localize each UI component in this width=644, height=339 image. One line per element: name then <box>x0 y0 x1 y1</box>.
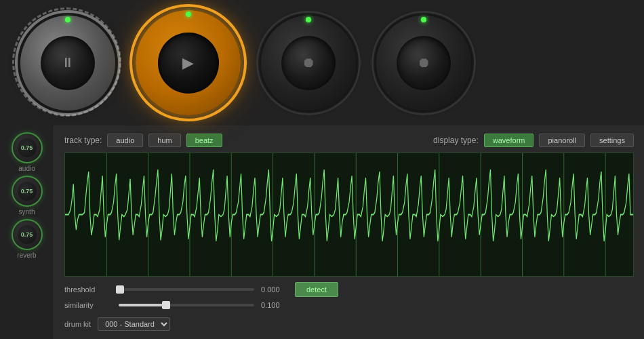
transport-section: ⏸ ▶ ⏺ ⏺ <box>0 0 644 125</box>
bottom-bar: drum kit 000 - Standard 001 - Jazz 002 -… <box>64 317 634 331</box>
stop-icon: ⏺ <box>417 55 430 71</box>
track-type-label: track type: <box>64 136 102 145</box>
pause-icon: ⏸ <box>61 55 75 71</box>
left-panel: 0.75 audio 0.75 synth 0.75 reverb <box>0 125 54 339</box>
track-type-hum-btn[interactable]: hum <box>148 134 180 147</box>
type-bar: track type: audio hum beatz display type… <box>64 134 634 147</box>
threshold-thumb[interactable] <box>116 285 124 294</box>
green-indicator-4 <box>421 17 426 22</box>
audio-knob-value: 0.75 <box>21 144 33 151</box>
audio-knob[interactable]: 0.75 <box>12 132 43 163</box>
green-indicator-2 <box>186 12 191 17</box>
synth-knob-group: 0.75 synth <box>12 176 43 216</box>
waveform-svg <box>65 153 633 276</box>
synth-knob-value: 0.75 <box>21 188 33 195</box>
similarity-track[interactable] <box>119 304 254 306</box>
detect-button[interactable]: detect <box>295 282 338 297</box>
similarity-fill <box>119 304 166 306</box>
main-content: track type: audio hum beatz display type… <box>54 125 644 339</box>
transport-knob-3-container: ⏺ <box>261 16 356 111</box>
threshold-value: 0.000 <box>261 285 288 294</box>
transport-knob-3-inner: ⏺ <box>281 36 336 90</box>
reverb-knob-value: 0.75 <box>21 231 33 238</box>
similarity-label: similarity <box>64 301 112 309</box>
waveform-display <box>64 153 634 277</box>
reverb-knob-inner: 0.75 <box>18 225 37 244</box>
threshold-row: threshold 0.000 detect <box>64 282 634 297</box>
drum-kit-label: drum kit <box>64 320 91 328</box>
green-indicator-3 <box>306 17 311 22</box>
audio-knob-label: audio <box>18 165 35 172</box>
display-type-pianoroll-btn[interactable]: pianoroll <box>539 134 585 147</box>
transport-knob-3[interactable]: ⏺ <box>261 16 356 111</box>
synth-knob[interactable]: 0.75 <box>12 176 43 207</box>
transport-knob-1-container: ⏸ <box>20 16 115 111</box>
transport-knob-1-inner: ⏸ <box>41 36 95 90</box>
reverb-knob[interactable]: 0.75 <box>12 219 43 250</box>
synth-knob-inner: 0.75 <box>18 182 37 201</box>
display-type-settings-btn[interactable]: settings <box>590 134 634 147</box>
threshold-track[interactable] <box>119 288 254 291</box>
synth-knob-label: synth <box>19 208 35 216</box>
similarity-thumb[interactable] <box>162 301 170 309</box>
play-icon: ▶ <box>182 54 194 72</box>
similarity-row: similarity 0.100 <box>64 301 634 309</box>
transport-knob-4[interactable]: ⏺ <box>376 16 471 111</box>
drum-kit-select[interactable]: 000 - Standard 001 - Jazz 002 - Rock <box>98 317 170 331</box>
bottom-section: 0.75 audio 0.75 synth 0.75 reverb <box>0 125 644 339</box>
audio-knob-group: 0.75 audio <box>12 132 43 172</box>
audio-knob-inner: 0.75 <box>18 138 37 157</box>
display-type-label: display type: <box>433 136 479 145</box>
green-indicator-1 <box>65 17 71 22</box>
display-type-waveform-btn[interactable]: waveform <box>484 134 534 147</box>
record-icon: ⏺ <box>302 55 315 71</box>
track-type-audio-btn[interactable]: audio <box>107 134 143 147</box>
similarity-value: 0.100 <box>261 301 288 309</box>
track-type-beatz-btn[interactable]: beatz <box>186 134 222 147</box>
transport-knob-2[interactable]: ▶ <box>136 10 241 115</box>
reverb-knob-group: 0.75 reverb <box>12 219 43 259</box>
sliders-section: threshold 0.000 detect similarity 0.100 <box>64 282 634 309</box>
transport-knob-4-inner: ⏺ <box>397 36 451 90</box>
threshold-label: threshold <box>64 285 112 294</box>
transport-knob-2-inner: ▶ <box>158 33 219 94</box>
transport-knob-4-container: ⏺ <box>376 16 471 111</box>
transport-knob-2-container: ▶ <box>136 10 241 115</box>
reverb-knob-label: reverb <box>17 252 36 259</box>
transport-knob-1[interactable]: ⏸ <box>20 16 115 111</box>
